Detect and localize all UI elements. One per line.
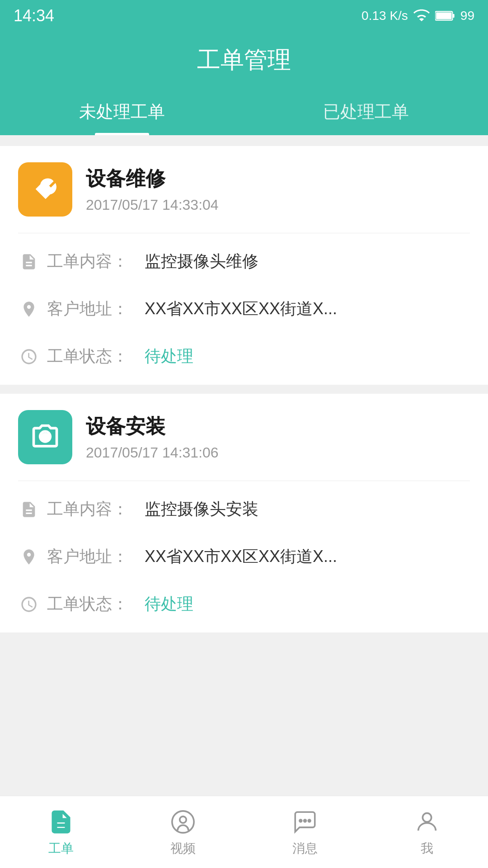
card-2-content-value: 监控摄像头安装: [145, 498, 470, 520]
location-icon: [18, 298, 40, 320]
card-2-status-label: 工单状态：: [47, 593, 137, 615]
wrench-icon: [30, 174, 61, 205]
network-speed: 0.13 K/s: [361, 9, 408, 23]
workorder-nav-icon: [47, 807, 75, 836]
svg-point-8: [308, 820, 310, 822]
status-time: 14:34: [14, 6, 54, 25]
nav-workorder[interactable]: 工单: [0, 807, 122, 857]
card-2-content-row: 工单内容： 监控摄像头安装: [0, 486, 488, 533]
card-2-status-row: 工单状态： 待处理: [0, 580, 488, 628]
svg-rect-1: [452, 14, 454, 18]
tab-unprocessed[interactable]: 未处理工单: [0, 89, 244, 135]
card-2-datetime: 2017/05/17 14:31:06: [86, 444, 470, 461]
clock-icon-2: [18, 594, 40, 615]
message-nav-icon: [291, 807, 319, 836]
svg-point-5: [180, 816, 187, 823]
card-2-status-value: 待处理: [145, 593, 470, 615]
work-order-card-1[interactable]: 设备维修 2017/05/17 14:33:04 工单内容： 监控摄像头维修: [0, 146, 488, 385]
camera-icon: [30, 422, 61, 453]
nav-workorder-label: 工单: [48, 840, 74, 857]
svg-point-9: [422, 813, 431, 821]
nav-video-label: 视频: [170, 840, 196, 857]
document-icon: [18, 251, 40, 273]
status-bar: 14:34 0.13 K/s 99: [0, 0, 488, 32]
nav-video[interactable]: 视频: [122, 807, 244, 857]
card-2-header: 设备安装 2017/05/17 14:31:06: [0, 394, 488, 481]
card-2-address-label: 客户地址：: [47, 546, 137, 568]
nav-message-label: 消息: [292, 840, 318, 857]
card-1-content-label: 工单内容：: [47, 250, 137, 273]
work-order-list: 设备维修 2017/05/17 14:33:04 工单内容： 监控摄像头维修: [0, 135, 488, 643]
tab-processed[interactable]: 已处理工单: [244, 89, 488, 135]
me-nav-icon: [413, 807, 441, 836]
card-1-status-value: 待处理: [145, 345, 470, 368]
card-1-content-value: 监控摄像头维修: [145, 250, 470, 273]
tab-bar: 未处理工单 已处理工单: [0, 89, 488, 135]
card-1-address-row: 客户地址： XX省XX市XX区XX街道X...: [0, 285, 488, 333]
svg-point-6: [300, 820, 302, 822]
svg-point-4: [172, 811, 194, 832]
card-1-title: 设备维修: [86, 165, 470, 192]
document-icon-2: [18, 499, 40, 520]
status-icons: 0.13 K/s 99: [361, 8, 474, 24]
clock-icon: [18, 346, 40, 368]
nav-message[interactable]: 消息: [244, 807, 366, 857]
bottom-nav: 工单 视频 消息: [0, 796, 488, 868]
card-1-details: 工单内容： 监控摄像头维修 客户地址： XX省XX市XX区XX街道X...: [0, 233, 488, 385]
card-2-address-row: 客户地址： XX省XX市XX区XX街道X...: [0, 533, 488, 580]
card-1-content-row: 工单内容： 监控摄像头维修: [0, 238, 488, 285]
location-icon-2: [18, 546, 40, 568]
card-1-datetime: 2017/05/17 14:33:04: [86, 197, 470, 213]
nav-me-label: 我: [421, 840, 433, 857]
card-1-address-label: 客户地址：: [47, 298, 137, 320]
page-title: 工单管理: [0, 44, 488, 76]
card-1-status-label: 工单状态：: [47, 345, 137, 368]
card-1-icon: [18, 162, 72, 217]
card-2-content-label: 工单内容：: [47, 498, 137, 520]
card-1-address-value: XX省XX市XX区XX街道X...: [145, 298, 470, 320]
svg-point-7: [304, 820, 306, 822]
battery-icon: [435, 8, 455, 24]
card-2-title: 设备安装: [86, 413, 470, 440]
header: 工单管理 未处理工单 已处理工单: [0, 32, 488, 135]
video-nav-icon: [169, 807, 197, 836]
card-2-address-value: XX省XX市XX区XX街道X...: [145, 546, 470, 568]
nav-me[interactable]: 我: [366, 807, 488, 857]
svg-rect-2: [436, 12, 451, 19]
battery-level: 99: [460, 9, 474, 23]
work-order-card-2[interactable]: 设备安装 2017/05/17 14:31:06 工单内容： 监控摄像头安装: [0, 394, 488, 632]
wifi-icon: [413, 8, 430, 24]
card-1-header: 设备维修 2017/05/17 14:33:04: [0, 146, 488, 233]
card-1-status-row: 工单状态： 待处理: [0, 333, 488, 380]
card-2-icon: [18, 410, 72, 464]
card-2-details: 工单内容： 监控摄像头安装 客户地址： XX省XX市XX区XX街道X...: [0, 481, 488, 632]
